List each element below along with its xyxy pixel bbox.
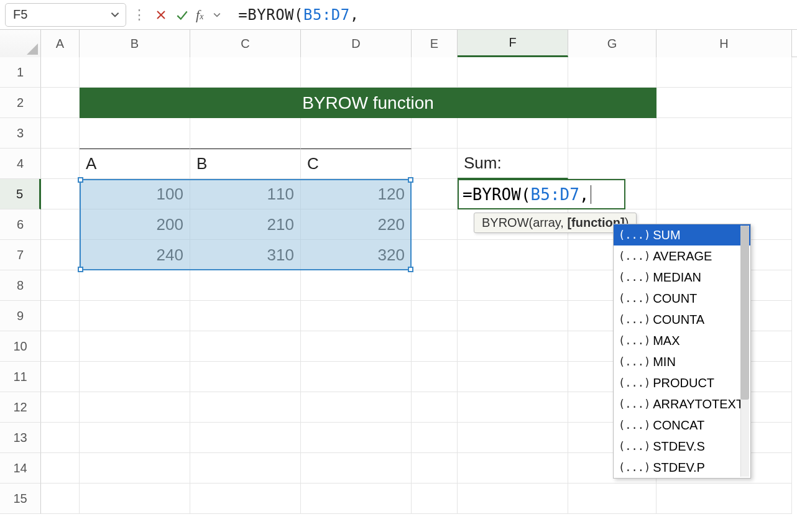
row-header-4[interactable]: 4 (0, 149, 41, 179)
cell[interactable] (412, 453, 458, 484)
worksheet[interactable]: A B C D E F G H 1 2 BYROW function (0, 30, 797, 514)
cell[interactable] (301, 362, 412, 392)
cell[interactable]: 120 (301, 179, 412, 209)
cell[interactable] (458, 270, 568, 301)
cell[interactable]: 240 (80, 240, 190, 270)
cell[interactable] (41, 331, 80, 362)
row-header-10[interactable]: 10 (0, 331, 41, 362)
cell[interactable] (412, 179, 458, 209)
cell[interactable] (412, 270, 458, 301)
cell[interactable] (656, 179, 792, 209)
cell[interactable] (656, 118, 792, 149)
cell[interactable] (301, 392, 412, 423)
cell[interactable] (41, 209, 80, 240)
cell[interactable] (80, 423, 190, 453)
cell[interactable] (301, 453, 412, 484)
cell[interactable] (41, 392, 80, 423)
fx-dropdown-icon[interactable] (208, 6, 226, 24)
col-header-H[interactable]: H (656, 30, 792, 57)
autocomplete-item[interactable]: (...)SUM (614, 224, 750, 245)
cell[interactable] (301, 301, 412, 331)
cell[interactable] (41, 179, 80, 209)
col-header-F[interactable]: F (458, 30, 568, 57)
cell[interactable] (458, 57, 568, 88)
row-header-3[interactable]: 3 (0, 118, 41, 149)
row-header-12[interactable]: 12 (0, 392, 41, 423)
row-header-1[interactable]: 1 (0, 57, 41, 88)
autocomplete-item[interactable]: (...)AVERAGE (614, 245, 750, 267)
cell[interactable]: 220 (301, 209, 412, 240)
cancel-button[interactable] (152, 6, 170, 24)
cell[interactable]: 110 (190, 179, 301, 209)
row-header-11[interactable]: 11 (0, 362, 41, 392)
cell[interactable] (80, 270, 190, 301)
cell[interactable] (568, 149, 656, 179)
cell[interactable] (80, 453, 190, 484)
cell[interactable] (656, 88, 792, 118)
col-header-B[interactable]: B (80, 30, 190, 57)
cell[interactable] (656, 149, 792, 179)
cell[interactable] (190, 484, 301, 514)
cell[interactable] (190, 301, 301, 331)
cell[interactable] (190, 57, 301, 88)
name-box[interactable]: F5 (5, 3, 126, 27)
autocomplete-item[interactable]: (...)MAX (614, 330, 750, 351)
cell[interactable] (458, 118, 568, 149)
row-header-8[interactable]: 8 (0, 270, 41, 301)
cell[interactable] (80, 57, 190, 88)
cell[interactable] (301, 118, 412, 149)
cell[interactable] (458, 301, 568, 331)
cell[interactable] (41, 484, 80, 514)
row-header-6[interactable]: 6 (0, 209, 41, 240)
col-header-E[interactable]: E (412, 30, 458, 57)
cell[interactable] (190, 423, 301, 453)
cell[interactable]: C (301, 149, 412, 179)
cell[interactable] (190, 270, 301, 301)
cell[interactable] (190, 453, 301, 484)
autocomplete-item[interactable]: (...)CONCAT (614, 415, 750, 436)
row-header-15[interactable]: 15 (0, 484, 41, 514)
cell[interactable] (412, 118, 458, 149)
row-header-14[interactable]: 14 (0, 453, 41, 484)
col-header-A[interactable]: A (41, 30, 80, 57)
cell[interactable] (301, 484, 412, 514)
cell[interactable] (412, 392, 458, 423)
cell[interactable] (80, 118, 190, 149)
cell[interactable] (458, 423, 568, 453)
cell[interactable] (301, 57, 412, 88)
row-header-13[interactable]: 13 (0, 423, 41, 453)
cell[interactable]: A (80, 149, 190, 179)
row-header-2[interactable]: 2 (0, 88, 41, 118)
col-header-D[interactable]: D (301, 30, 412, 57)
cell[interactable] (412, 301, 458, 331)
cell[interactable] (458, 453, 568, 484)
cell[interactable] (458, 484, 568, 514)
cell[interactable] (656, 484, 792, 514)
formula-input[interactable]: =BYROW(B5:D7, (229, 3, 792, 27)
cell[interactable] (412, 240, 458, 270)
cell[interactable]: 210 (190, 209, 301, 240)
cell[interactable] (41, 301, 80, 331)
cell[interactable] (80, 362, 190, 392)
col-header-G[interactable]: G (568, 30, 656, 57)
sum-label[interactable]: Sum: (458, 149, 568, 179)
cell[interactable]: 310 (190, 240, 301, 270)
autocomplete-item[interactable]: (...)COUNT (614, 288, 750, 309)
formula-tooltip[interactable]: BYROW(array, [function]) (474, 213, 637, 233)
cell[interactable] (412, 209, 458, 240)
chevron-down-icon[interactable] (111, 7, 119, 22)
cell[interactable] (41, 362, 80, 392)
fx-icon[interactable]: fx (195, 7, 205, 23)
cell[interactable] (568, 484, 656, 514)
cell[interactable] (412, 423, 458, 453)
cell[interactable] (458, 331, 568, 362)
cell[interactable] (41, 453, 80, 484)
enter-button[interactable] (173, 6, 191, 24)
cell[interactable]: 100 (80, 179, 190, 209)
row-header-5[interactable]: 5 (0, 179, 41, 209)
col-header-C[interactable]: C (190, 30, 301, 57)
cell[interactable] (656, 57, 792, 88)
cell[interactable] (458, 392, 568, 423)
cell[interactable] (412, 331, 458, 362)
cell[interactable] (412, 362, 458, 392)
